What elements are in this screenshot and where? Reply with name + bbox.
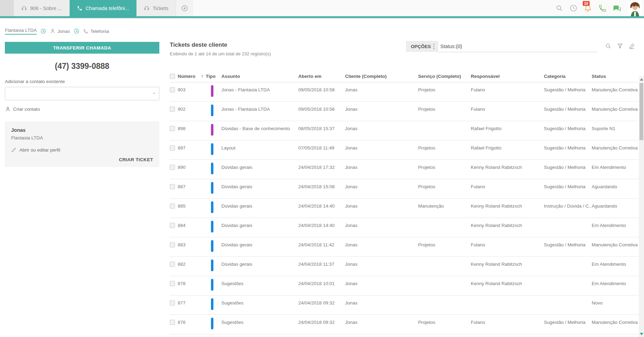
row-checkbox[interactable] [170, 165, 175, 170]
row-checkbox[interactable] [170, 87, 175, 92]
table-row[interactable]: 876 Sugestões 24/04/2018 09:32 Jonas Pro… [170, 315, 638, 334]
cell-assunto: Dúvidas gerais [221, 257, 298, 276]
row-checkbox[interactable] [170, 126, 175, 131]
cell-numero: 885 [178, 199, 200, 218]
type-color-bar [211, 85, 213, 97]
eraser-icon[interactable] [628, 43, 635, 49]
row-checkbox[interactable] [170, 184, 175, 189]
scroll-down-arrow[interactable] [640, 333, 643, 335]
table-row[interactable]: 890 Dúvidas gerais 24/04/2018 17:32 Jona… [170, 160, 638, 179]
table-row[interactable]: 882 Dúvidas gerais 24/04/2018 11:37 Jona… [170, 257, 638, 276]
cell-responsavel: Kenny Roland Rabitzsch [471, 257, 544, 276]
row-checkbox[interactable] [170, 145, 175, 151]
caller-phone-number: (47) 3399-0888 [5, 62, 159, 71]
column-responsavel[interactable]: Responsável [471, 74, 544, 79]
table-row[interactable]: 902 Jonas - Flantasia LTDA 09/05/2018 10… [170, 102, 638, 121]
cell-categoria [544, 218, 592, 237]
cell-status: Aguardando [592, 199, 638, 218]
cell-numero: 887 [178, 179, 200, 198]
column-numero[interactable]: Número [178, 74, 200, 79]
clock-icon[interactable] [570, 4, 577, 12]
cell-numero: 883 [178, 237, 200, 256]
row-checkbox[interactable] [170, 242, 175, 247]
avatar[interactable] [628, 0, 642, 16]
table-row[interactable]: 884 Dúvidas gerais 24/04/2018 14:40 Jona… [170, 218, 638, 237]
table-row[interactable]: 885 Dúvidas gerais 24/04/2018 14:40 Jona… [170, 199, 638, 218]
cell-status: Em Atendimento [592, 160, 638, 179]
cell-cliente: Jonas [345, 315, 418, 334]
table-row[interactable]: 878 Sugestões 24/04/2018 10:01 Jonas Ken… [170, 276, 638, 295]
search-icon[interactable] [555, 4, 563, 12]
row-checkbox[interactable] [170, 223, 175, 228]
cell-servico: Projetos [418, 334, 471, 337]
column-categoria[interactable]: Categoria [544, 74, 592, 79]
column-status[interactable]: Status [592, 74, 638, 79]
table-row[interactable]: 903 Jonas - Flantasia LTDA 09/05/2018 10… [170, 82, 638, 102]
cell-servico: Projetos [418, 179, 471, 198]
type-color-bar [211, 124, 213, 136]
cell-status: Aguardando [592, 179, 638, 198]
filter-icon[interactable] [617, 43, 624, 49]
row-checkbox[interactable] [170, 262, 175, 267]
sort-asc-icon [200, 74, 205, 79]
row-checkbox[interactable] [170, 320, 175, 325]
type-color-bar [211, 163, 213, 174]
cell-servico: Projetos [418, 160, 471, 179]
options-button[interactable]: OPÇÕES [406, 41, 438, 52]
breadcrumb-contact[interactable]: Jonas [50, 28, 70, 34]
type-color-bar [211, 240, 213, 252]
new-tab-button[interactable] [176, 0, 193, 16]
table-row[interactable]: 874 Sugestões 23/04/2018 17:37 Jonas Pro… [170, 334, 638, 337]
filter-input[interactable] [438, 40, 603, 52]
vertical-scrollbar[interactable] [639, 76, 644, 337]
select-all-checkbox[interactable] [170, 74, 175, 79]
column-aberto-em[interactable]: Aberto em [298, 74, 345, 79]
cell-responsavel: Kenny Roland Rabitzsch [471, 276, 544, 295]
cell-servico: Projetos [418, 315, 471, 334]
column-servico[interactable]: Serviço (Completo) [418, 74, 471, 79]
table-row[interactable]: 898 Dúvidas - Base de conhecimento 08/05… [170, 121, 638, 140]
column-assunto[interactable]: Assunto [221, 74, 298, 79]
table-row[interactable]: 877 Sugestões 24/04/2018 09:32 Jonas Nov… [170, 295, 638, 315]
cell-servico: Projetos [418, 82, 471, 101]
row-checkbox[interactable] [170, 203, 175, 209]
cell-servico: Manutenção [418, 199, 471, 218]
table-row[interactable]: 887 Dúvidas gerais 24/04/2018 15:08 Jona… [170, 179, 638, 199]
cell-categoria: Sugestão / Melhoria [544, 315, 592, 334]
scrollbar-thumb[interactable] [639, 83, 643, 140]
transfer-call-button[interactable]: TRANSFERIR CHAMADA [5, 42, 159, 54]
contact-select[interactable] [5, 87, 159, 100]
tab-chamada-telefonica[interactable]: Chamada telefôni... [70, 0, 136, 16]
plus-icon [181, 4, 188, 12]
scroll-up-arrow[interactable] [640, 78, 643, 81]
create-contact-link[interactable]: Criar contato [5, 106, 159, 112]
column-cliente[interactable]: Cliente (Completo) [345, 74, 418, 79]
bell-icon[interactable]: 10 [584, 4, 592, 12]
table-toolbar-icons [605, 43, 635, 49]
table-row[interactable]: 883 Dúvidas gerais 24/04/2018 11:42 Jona… [170, 237, 638, 257]
table-row[interactable]: 897 Layout 07/05/2018 11:49 Jonas Projet… [170, 140, 638, 160]
phone-icon[interactable] [598, 4, 607, 12]
breadcrumb-section[interactable]: Telefonia [83, 29, 109, 34]
person-icon [5, 106, 11, 112]
tab-906-sobre[interactable]: 906 - Sobre ... [14, 0, 70, 16]
cell-cliente: Jonas [345, 237, 418, 256]
edit-profile-link[interactable]: Abrir ou editar perfil [11, 147, 153, 153]
phone-icon [77, 6, 82, 11]
create-ticket-button[interactable]: CRIAR TICKET [11, 157, 153, 162]
row-checkbox[interactable] [170, 281, 175, 286]
tickets-table: Número Tipo Assunto Aberto em Cliente (C… [170, 71, 638, 337]
breadcrumb-company-link[interactable]: Flantasia LTDA [5, 28, 37, 35]
cell-assunto: Dúvidas gerais [221, 237, 298, 256]
row-checkbox[interactable] [170, 300, 175, 306]
cell-responsavel: Rafael Frigotto [471, 140, 544, 160]
row-checkbox[interactable] [170, 107, 175, 112]
options-button-label: OPÇÕES [411, 44, 431, 49]
cell-assunto: Sugestões [221, 334, 298, 337]
breadcrumb-contact-label: Jonas [58, 29, 70, 34]
search-icon[interactable] [605, 43, 612, 49]
tab-tickets[interactable]: Tickets [136, 0, 176, 16]
chat-icon[interactable] [613, 4, 622, 12]
column-tipo[interactable]: Tipo [200, 74, 221, 79]
cell-numero: 897 [178, 140, 200, 160]
